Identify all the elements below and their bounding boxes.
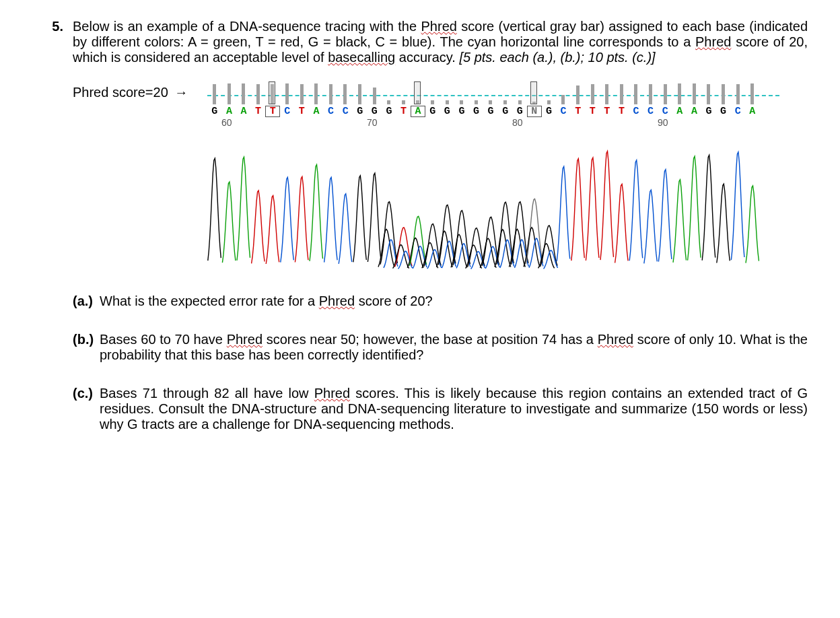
- sequence-base: G: [498, 106, 513, 117]
- sub-question-a: (a.) What is the expected error rate for…: [73, 294, 808, 309]
- phred-bar: [518, 100, 522, 104]
- sub-b-t1: Bases 60 to 70 have: [100, 332, 227, 347]
- phred-bar: [649, 84, 652, 104]
- phred-bar: [503, 100, 507, 104]
- trace-peak: [324, 177, 338, 262]
- phred-bar-highlight: [414, 81, 421, 104]
- phred-bars-area: [207, 80, 779, 104]
- trace-peak: [222, 182, 236, 263]
- sub-a-t2: score of 20?: [355, 294, 433, 308]
- trace-peak: [615, 184, 629, 263]
- sub-c-phred: Phred: [314, 386, 350, 401]
- trace-peak: [717, 184, 730, 263]
- trace-peak: [281, 177, 294, 262]
- sequence-base: C: [629, 106, 643, 117]
- phred-threshold-label: Phred score=20 →: [73, 85, 207, 100]
- sequence-row: GAATTCTACCGGGTAGGGGGGGNGCTTTTCCCAAGGCA: [207, 106, 779, 117]
- phred-bar: [285, 83, 289, 104]
- phred-bar: [314, 83, 318, 104]
- phred-bar: [547, 100, 551, 104]
- phred-bar: [750, 83, 754, 104]
- sub-c-tag: (c.): [73, 386, 100, 401]
- sequence-base: C: [324, 106, 339, 117]
- sequence-base: G: [440, 106, 455, 117]
- sub-b-phred-2: Phred: [598, 332, 633, 347]
- phred-bar: [561, 95, 565, 104]
- intro-text-1: Below is an example of a DNA-sequence tr…: [73, 19, 421, 34]
- phred-bar: [213, 84, 216, 104]
- sequence-base: A: [222, 106, 237, 117]
- sequence-base: G: [368, 106, 382, 117]
- phred-bar-highlight: [269, 81, 275, 104]
- phred-bar: [707, 84, 710, 104]
- trace-peak: [339, 194, 352, 264]
- sequence-base: G: [483, 106, 498, 117]
- sequence-base: C: [338, 106, 353, 117]
- sequence-base: T: [615, 106, 629, 117]
- trace-peak: [237, 157, 250, 261]
- sequence-base: G: [469, 106, 484, 117]
- trace-peak: [208, 158, 221, 261]
- word-phred-1: Phred: [421, 19, 457, 34]
- trace-peak: [702, 155, 715, 260]
- sequence-base: N: [527, 106, 542, 117]
- sequence-base: C: [730, 106, 745, 117]
- phred-bar: [678, 83, 681, 104]
- trace-peak: [310, 165, 323, 261]
- sequence-base: G: [382, 106, 396, 117]
- sequence-base: G: [701, 106, 716, 117]
- trace-svg: [207, 136, 759, 271]
- phred-bar: [489, 100, 492, 104]
- sequence-base: T: [265, 106, 280, 117]
- phred-bar: [431, 100, 434, 104]
- sequence-base: C: [658, 106, 672, 117]
- position-tick-70: 70: [367, 117, 378, 128]
- sequence-base: T: [571, 106, 586, 117]
- sub-b-tag: (b.): [73, 332, 100, 347]
- trace-peak: [266, 196, 279, 264]
- sequence-base: A: [745, 106, 760, 117]
- sub-a-tag: (a.): [73, 294, 100, 309]
- trace-peak: [252, 191, 265, 263]
- phred-bar: [620, 84, 623, 104]
- phred-bar: [605, 84, 608, 104]
- sub-b-phred-1: Phred: [227, 332, 262, 347]
- phred-bar: [591, 84, 594, 104]
- sequence-base: A: [411, 106, 425, 117]
- phred-bar: [373, 88, 376, 104]
- sub-b-t2: scores near 50; however, the base at pos…: [262, 332, 598, 347]
- phred-bar: [460, 100, 463, 104]
- chromatogram-trace: [207, 136, 759, 271]
- sub-a-phred: Phred: [319, 294, 355, 308]
- trace-peak: [353, 176, 367, 263]
- sub-a-t1: What is the expected error rate for a: [100, 294, 319, 308]
- chromatogram-figure: Phred score=20 → GAATTCTACCGGGTAGGGGGGGN…: [73, 80, 779, 271]
- word-phred-2: Phred: [695, 34, 731, 49]
- trace-peak: [368, 173, 381, 262]
- sequence-base: T: [295, 106, 310, 117]
- phred-label-text: Phred score=20: [73, 85, 168, 100]
- trace-peak: [658, 170, 672, 262]
- phred-bar: [693, 83, 696, 104]
- sub-c-t1: Bases 71 through 82 all have low: [100, 386, 314, 401]
- sequence-base: T: [396, 106, 411, 117]
- phred-bar: [256, 84, 260, 104]
- phred-bar: [300, 84, 304, 104]
- intro-text-4: accuracy.: [395, 50, 459, 65]
- trace-peak: [688, 156, 701, 261]
- sub-question-b: (b.) Bases 60 to 70 have Phred scores ne…: [73, 332, 808, 363]
- word-basecalling: basecalling: [328, 50, 395, 65]
- phred-bar: [634, 84, 637, 104]
- trace-peak: [586, 158, 599, 261]
- points-note: [5 pts. each (a.), (b.); 10 pts. (c.)]: [459, 50, 655, 65]
- phred-bar: [228, 83, 231, 104]
- sequence-base: C: [643, 106, 658, 117]
- trace-peak: [644, 190, 658, 263]
- sub-c-text: Bases 71 through 82 all have low Phred s…: [100, 386, 808, 432]
- phred-bar: [722, 84, 725, 104]
- sequence-base: T: [585, 106, 600, 117]
- trace-peak: [731, 152, 744, 260]
- sequence-base: A: [672, 106, 687, 117]
- phred-bar: [329, 84, 332, 104]
- position-tick-90: 90: [658, 117, 668, 128]
